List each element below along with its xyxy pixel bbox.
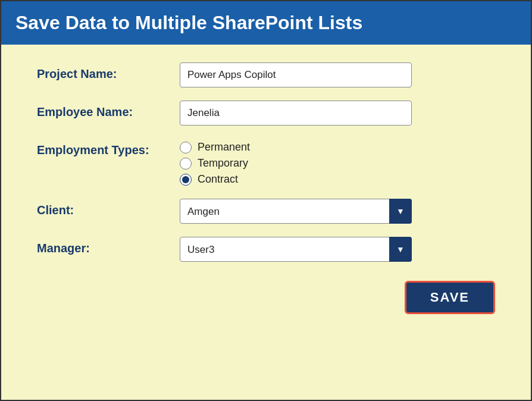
form-area: Project Name: Employee Name: Employment … <box>1 45 531 400</box>
radio-permanent[interactable] <box>180 142 192 153</box>
radio-temporary[interactable] <box>180 158 192 170</box>
project-name-row: Project Name: <box>37 62 495 87</box>
radio-option-temporary[interactable]: Temporary <box>180 157 250 170</box>
radio-label-permanent: Permanent <box>198 141 250 153</box>
button-row: SAVE <box>37 281 495 320</box>
radio-option-permanent[interactable]: Permanent <box>180 141 250 153</box>
app-container: Save Data to Multiple SharePoint Lists P… <box>0 0 532 401</box>
client-select-wrapper: Amgen Microsoft Google Amazon <box>180 199 412 224</box>
manager-row: Manager: User1 User2 User3 User4 <box>37 237 495 262</box>
radio-contract[interactable] <box>180 174 192 186</box>
manager-select-wrapper: User1 User2 User3 User4 <box>180 237 412 262</box>
employee-name-input[interactable] <box>180 101 412 126</box>
project-name-input[interactable] <box>180 62 412 87</box>
radio-label-contract: Contract <box>198 173 238 186</box>
radio-label-temporary: Temporary <box>198 157 248 170</box>
employee-name-label: Employee Name: <box>37 101 168 119</box>
client-row: Client: Amgen Microsoft Google Amazon <box>37 199 495 224</box>
radio-group: Permanent Temporary Contract <box>180 139 250 186</box>
employment-types-label: Employment Types: <box>37 139 168 157</box>
employment-types-row: Employment Types: Permanent Temporary Co… <box>37 139 495 186</box>
header: Save Data to Multiple SharePoint Lists <box>1 1 531 45</box>
save-button[interactable]: SAVE <box>405 281 495 314</box>
manager-select[interactable]: User1 User2 User3 User4 <box>180 237 412 262</box>
employee-name-row: Employee Name: <box>37 101 495 126</box>
manager-label: Manager: <box>37 237 168 255</box>
client-select[interactable]: Amgen Microsoft Google Amazon <box>180 199 412 224</box>
project-name-label: Project Name: <box>37 62 168 81</box>
radio-option-contract[interactable]: Contract <box>180 173 250 186</box>
client-label: Client: <box>37 199 168 217</box>
page-title: Save Data to Multiple SharePoint Lists <box>15 12 362 33</box>
